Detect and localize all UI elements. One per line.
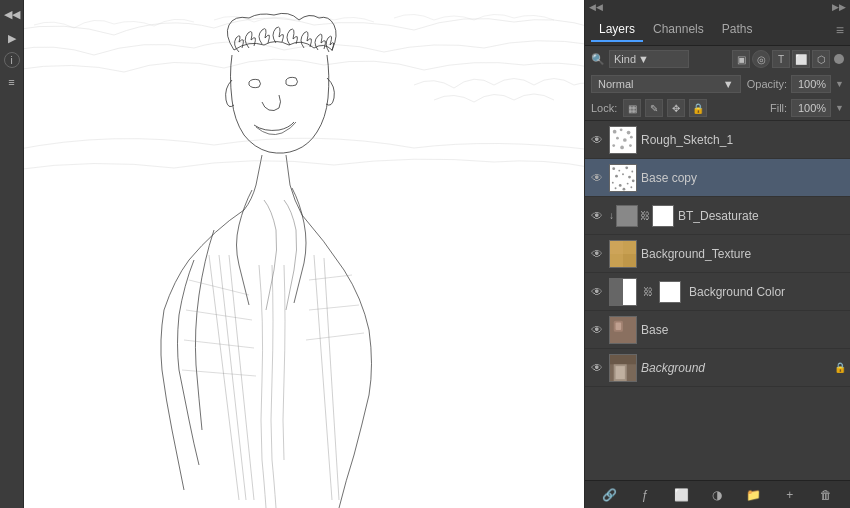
collapse-left-icon[interactable]: ◀◀ <box>589 2 603 12</box>
blend-mode-dropdown[interactable]: Normal ▼ <box>591 75 741 93</box>
filter-adjust-icon[interactable]: ◎ <box>752 50 770 68</box>
opacity-value[interactable]: 100% <box>791 75 831 93</box>
svg-point-27 <box>631 170 633 172</box>
svg-rect-48 <box>610 355 636 364</box>
filter-shape-icon[interactable]: ⬜ <box>792 50 810 68</box>
svg-point-20 <box>612 144 615 147</box>
kind-dropdown[interactable]: Kind ▼ <box>609 50 689 68</box>
svg-point-28 <box>615 174 618 177</box>
arrow-down-icon: ↓ <box>609 210 614 221</box>
svg-point-34 <box>632 179 635 182</box>
layer-thumbnail <box>609 316 637 344</box>
new-group-button[interactable]: 📁 <box>744 485 764 505</box>
layer-thumbnail <box>609 240 637 268</box>
toolbar-arrow[interactable]: ▶ <box>2 28 22 48</box>
link-layers-button[interactable]: 🔗 <box>599 485 619 505</box>
layer-row[interactable]: 👁 Rough_Sketch_1 <box>585 121 850 159</box>
toolbar-info[interactable]: i <box>4 52 20 68</box>
fill-label: Fill: <box>770 102 787 114</box>
layer-visibility-eye[interactable]: 👁 <box>589 246 605 262</box>
fill-chevron-icon: ▼ <box>835 103 844 113</box>
layer-visibility-eye[interactable]: 👁 <box>589 284 605 300</box>
blend-chevron-icon: ▼ <box>723 78 734 90</box>
layer-visibility-eye[interactable]: 👁 <box>589 322 605 338</box>
layer-name: Base <box>641 323 846 337</box>
svg-point-32 <box>619 184 622 187</box>
fill-section: Fill: 100% ▼ <box>770 99 844 117</box>
filter-type-icon[interactable]: T <box>772 50 790 68</box>
svg-rect-41 <box>623 254 636 267</box>
svg-point-30 <box>628 175 631 178</box>
add-style-button[interactable]: ƒ <box>635 485 655 505</box>
toolbar-layers-order[interactable]: ≡ <box>2 72 22 92</box>
toolbar-collapse[interactable]: ◀◀ <box>2 4 22 24</box>
svg-rect-40 <box>610 241 623 254</box>
svg-point-33 <box>627 182 629 184</box>
layer-visibility-eye[interactable]: 👁 <box>589 208 605 224</box>
canvas-area <box>24 0 584 508</box>
layer-row[interactable]: 👁 Background 🔒 <box>585 349 850 387</box>
layer-thumbnail <box>609 278 637 306</box>
new-adjustment-button[interactable]: ◑ <box>707 485 727 505</box>
layer-link-thumbnail <box>616 205 638 227</box>
add-mask-button[interactable]: ⬜ <box>671 485 691 505</box>
filter-pixel-icon[interactable]: ▣ <box>732 50 750 68</box>
filter-smart-icon[interactable]: ⬡ <box>812 50 830 68</box>
svg-point-37 <box>630 186 632 188</box>
svg-point-18 <box>623 138 627 142</box>
svg-rect-42 <box>610 279 623 305</box>
svg-point-22 <box>629 144 632 147</box>
filter-row: 🔍 Kind ▼ ▣ ◎ T ⬜ ⬡ <box>585 46 850 72</box>
layer-name: Base copy <box>641 171 846 185</box>
layer-visibility-eye[interactable]: 👁 <box>589 132 605 148</box>
lock-label: Lock: <box>591 102 617 114</box>
svg-point-16 <box>627 130 631 134</box>
panel-topbar: ◀◀ ▶▶ <box>585 0 850 14</box>
svg-point-15 <box>620 128 623 131</box>
opacity-row: Opacity: 100% ▼ <box>747 75 844 93</box>
opacity-chevron-icon: ▼ <box>835 79 844 89</box>
layer-row[interactable]: 👁 ⛓ Background Color <box>585 273 850 311</box>
blend-row: Normal ▼ Opacity: 100% ▼ <box>585 72 850 96</box>
layer-visibility-eye[interactable]: 👁 <box>589 360 605 376</box>
svg-point-19 <box>630 135 633 138</box>
layer-row[interactable]: 👁 Background_Texture <box>585 235 850 273</box>
tab-layers[interactable]: Layers <box>591 18 643 42</box>
opacity-label: Opacity: <box>747 78 787 90</box>
svg-point-31 <box>612 181 614 183</box>
layer-thumbnail <box>609 126 637 154</box>
filter-toggle[interactable] <box>834 54 844 64</box>
layer-name: Background Color <box>689 285 846 299</box>
lock-brush-btn[interactable]: ✎ <box>645 99 663 117</box>
svg-rect-43 <box>623 279 636 305</box>
lock-checkerboard-btn[interactable]: ▦ <box>623 99 641 117</box>
layers-list: 👁 Rough_Sketch_1 👁 <box>585 121 850 480</box>
chain-icon: ⛓ <box>640 210 650 221</box>
search-icon: 🔍 <box>591 53 605 66</box>
tab-channels[interactable]: Channels <box>645 18 712 42</box>
collapse-right-icon[interactable]: ▶▶ <box>832 2 846 12</box>
layer-row[interactable]: 👁 ↓ ⛓ BT_Desaturate <box>585 197 850 235</box>
lock-all-btn[interactable]: 🔒 <box>689 99 707 117</box>
delete-layer-button[interactable]: 🗑 <box>816 485 836 505</box>
svg-point-25 <box>618 169 620 171</box>
layer-name: BT_Desaturate <box>678 209 846 223</box>
lock-icon: 🔒 <box>834 362 846 373</box>
panel-menu-icon[interactable]: ≡ <box>836 22 844 38</box>
layer-row[interactable]: 👁 Base copy <box>585 159 850 197</box>
fill-value[interactable]: 100% <box>791 99 831 117</box>
mask-thumbnail <box>659 281 681 303</box>
mask-thumbnail <box>652 205 674 227</box>
layer-visibility-eye[interactable]: 👁 <box>589 170 605 186</box>
svg-rect-50 <box>616 366 625 379</box>
svg-rect-0 <box>24 0 584 508</box>
tab-paths[interactable]: Paths <box>714 18 761 42</box>
layer-thumbnail <box>609 354 637 382</box>
svg-point-24 <box>612 167 615 170</box>
filter-icons: ▣ ◎ T ⬜ ⬡ <box>732 50 830 68</box>
layer-row[interactable]: 👁 Base <box>585 311 850 349</box>
lock-position-btn[interactable]: ✥ <box>667 99 685 117</box>
new-layer-button[interactable]: + <box>780 485 800 505</box>
svg-rect-38 <box>617 206 637 226</box>
svg-point-29 <box>622 173 624 175</box>
